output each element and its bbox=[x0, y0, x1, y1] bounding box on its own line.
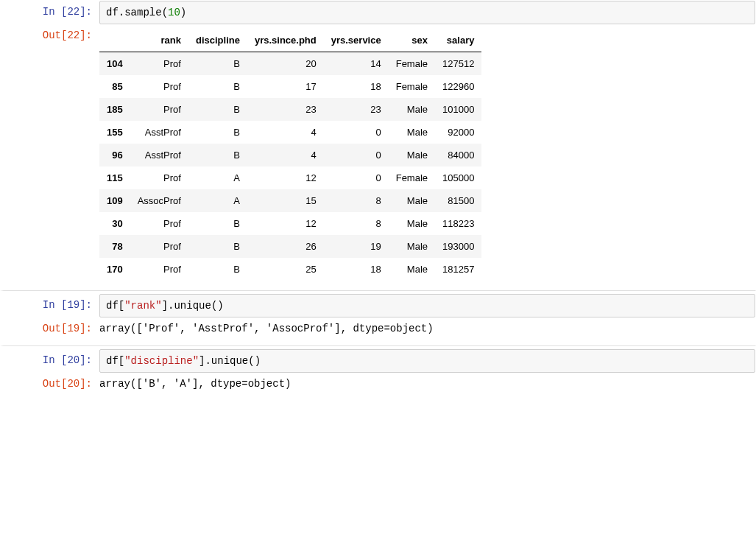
code-token: ) bbox=[217, 300, 223, 312]
output-prompt: Out[19]: bbox=[4, 317, 99, 340]
output-row: Out[19]: array(['Prof', 'AsstProf', 'Ass… bbox=[4, 317, 755, 340]
row-index: 96 bbox=[99, 144, 130, 166]
code-token: 10 bbox=[168, 7, 180, 18]
row-index: 155 bbox=[99, 121, 130, 144]
table-cell: AsstProf bbox=[130, 121, 188, 144]
table-cell: 122960 bbox=[435, 75, 481, 98]
table-cell: 0 bbox=[324, 144, 389, 166]
table-cell: Male bbox=[389, 258, 435, 281]
table-cell: 8 bbox=[324, 212, 389, 235]
column-header: yrs.service bbox=[324, 29, 389, 52]
table-row: 30ProfB128Male118223 bbox=[99, 212, 481, 235]
input-prompt: In [19]: bbox=[4, 294, 99, 316]
table-row: 104ProfB2014Female127512 bbox=[99, 52, 481, 76]
code-token: ) bbox=[180, 7, 186, 18]
table-cell: Female bbox=[389, 75, 435, 98]
table-cell: B bbox=[188, 235, 247, 258]
code-token: ] bbox=[162, 300, 168, 312]
table-cell: B bbox=[188, 98, 247, 121]
table-cell: B bbox=[188, 144, 247, 166]
row-index: 115 bbox=[99, 166, 130, 189]
code-token: sample bbox=[124, 7, 161, 18]
table-cell: Female bbox=[389, 166, 435, 189]
table-cell: 127512 bbox=[435, 52, 481, 76]
row-index: 78 bbox=[99, 235, 130, 258]
table-cell: Prof bbox=[130, 98, 188, 121]
table-cell: B bbox=[188, 121, 247, 144]
table-cell: Prof bbox=[130, 235, 188, 258]
table-row: 109AssocProfA158Male81500 bbox=[99, 189, 481, 212]
table-row: 155AsstProfB40Male92000 bbox=[99, 121, 481, 144]
table-cell: 4 bbox=[247, 144, 324, 166]
column-header: yrs.since.phd bbox=[247, 29, 324, 52]
table-cell: 14 bbox=[324, 52, 389, 76]
code-token: . bbox=[119, 7, 124, 18]
table-cell: 118223 bbox=[435, 212, 481, 235]
code-input[interactable]: df["discipline"].unique() bbox=[99, 349, 755, 373]
code-token: [ bbox=[119, 355, 124, 367]
table-cell: 101000 bbox=[435, 98, 481, 121]
table-cell: 0 bbox=[324, 121, 389, 144]
table-cell: 12 bbox=[247, 212, 324, 235]
row-index: 85 bbox=[99, 75, 130, 98]
input-prompt: In [20]: bbox=[4, 349, 99, 371]
code-token: unique bbox=[211, 355, 248, 367]
row-index: 30 bbox=[99, 212, 130, 235]
code-token: unique bbox=[174, 300, 211, 312]
code-token: . bbox=[205, 355, 211, 367]
table-cell: Female bbox=[389, 52, 435, 76]
code-input[interactable]: df["rank"].unique() bbox=[99, 294, 755, 317]
dataframe-table: rank discipline yrs.since.phd yrs.servic… bbox=[99, 29, 481, 281]
code-input[interactable]: df.sample(10) bbox=[99, 1, 755, 24]
table-corner bbox=[99, 29, 130, 52]
output-prompt: Out[22]: bbox=[4, 24, 99, 46]
table-row: 78ProfB2619Male193000 bbox=[99, 235, 481, 258]
column-header: rank bbox=[130, 29, 188, 52]
input-row: In [22]: df.sample(10) bbox=[4, 1, 755, 24]
table-cell: 84000 bbox=[435, 144, 481, 166]
table-row: 170ProfB2518Male181257 bbox=[99, 258, 481, 281]
table-cell: B bbox=[188, 258, 247, 281]
output-row: Out[22]: rank discipline yrs.since.phd y… bbox=[4, 24, 755, 285]
table-cell: 105000 bbox=[435, 166, 481, 189]
table-cell: 17 bbox=[247, 75, 324, 98]
table-cell: 8 bbox=[324, 189, 389, 212]
code-token: ( bbox=[162, 7, 168, 18]
table-cell: 23 bbox=[324, 98, 389, 121]
column-header: discipline bbox=[188, 29, 247, 52]
table-cell: 26 bbox=[247, 235, 324, 258]
table-cell: B bbox=[188, 75, 247, 98]
table-cell: 23 bbox=[247, 98, 324, 121]
code-token: ) bbox=[255, 355, 261, 367]
row-index: 109 bbox=[99, 189, 130, 212]
table-cell: 18 bbox=[324, 258, 389, 281]
table-cell: A bbox=[188, 189, 247, 212]
table-cell: 20 bbox=[247, 52, 324, 76]
row-index: 170 bbox=[99, 258, 130, 281]
notebook-cell: In [19]: df["rank"].unique() Out[19]: ar… bbox=[0, 290, 756, 340]
table-cell: 92000 bbox=[435, 121, 481, 144]
table-cell: Male bbox=[389, 235, 435, 258]
notebook-cell: In [20]: df["discipline"].unique() Out[2… bbox=[0, 345, 756, 396]
notebook-cell: In [22]: df.sample(10) Out[22]: rank dis… bbox=[0, 0, 756, 286]
table-cell: 81500 bbox=[435, 189, 481, 212]
code-token: ( bbox=[248, 355, 254, 367]
table-cell: 15 bbox=[247, 189, 324, 212]
text-output: array(['Prof', 'AsstProf', 'AssocProf'],… bbox=[99, 317, 755, 340]
code-token: df bbox=[106, 7, 119, 18]
table-cell: Male bbox=[389, 144, 435, 166]
code-token: "rank" bbox=[124, 300, 161, 312]
row-index: 185 bbox=[99, 98, 130, 121]
table-cell: 0 bbox=[324, 166, 389, 189]
table-cell: 19 bbox=[324, 235, 389, 258]
table-cell: Male bbox=[389, 98, 435, 121]
table-cell: Prof bbox=[130, 166, 188, 189]
table-cell: 25 bbox=[247, 258, 324, 281]
input-row: In [19]: df["rank"].unique() bbox=[4, 294, 755, 317]
text-output: array(['B', 'A'], dtype=object) bbox=[99, 373, 755, 395]
output-row: Out[20]: array(['B', 'A'], dtype=object) bbox=[4, 373, 755, 395]
table-cell: 12 bbox=[247, 166, 324, 189]
table-cell: 181257 bbox=[435, 258, 481, 281]
table-cell: A bbox=[188, 166, 247, 189]
table-cell: Prof bbox=[130, 258, 188, 281]
